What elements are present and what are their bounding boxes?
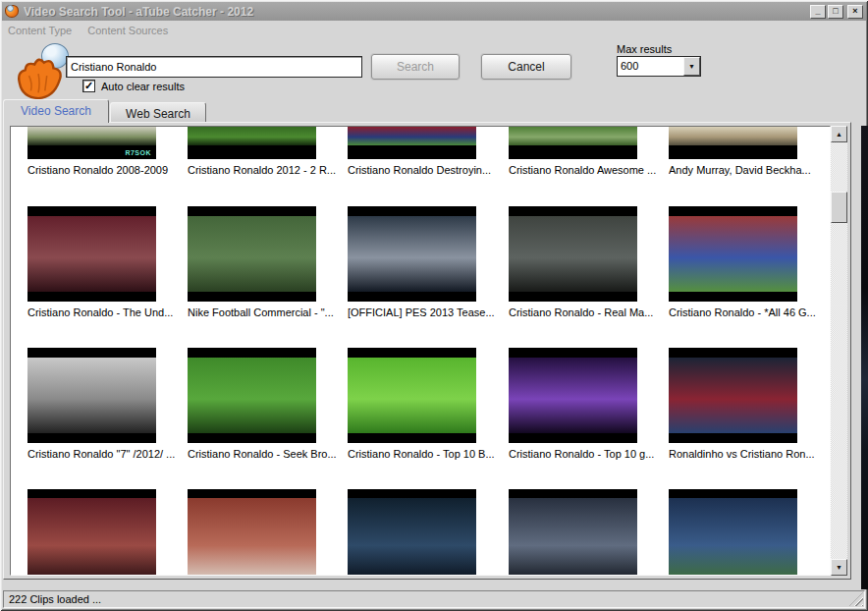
- thumbnail-image: [188, 498, 316, 576]
- menu-item-content-sources[interactable]: Content Sources: [87, 25, 168, 36]
- thumbnail-image: [27, 498, 156, 576]
- video-thumbnail[interactable]: [669, 489, 797, 576]
- video-thumbnail[interactable]: [669, 127, 797, 159]
- dropdown-arrow-icon[interactable]: ▼: [683, 57, 700, 76]
- app-window: Video Search Tool - aTube Catcher - 2012…: [0, 0, 868, 611]
- max-results-combobox[interactable]: 600 ▼: [617, 56, 701, 77]
- menu-bar: Content TypeContent Sources: [4, 22, 168, 39]
- video-result[interactable]: Cristiano Ronaldo 2012 - 2 R...: [188, 127, 348, 176]
- video-thumbnail[interactable]: [509, 489, 637, 576]
- search-input[interactable]: [66, 56, 362, 78]
- video-caption: Cristiano Ronaldo - Seek Bro...: [188, 448, 347, 460]
- background-sliver: [861, 126, 868, 589]
- video-caption: [OFFICIAL] PES 2013 Tease...: [348, 306, 507, 318]
- thumbnail-image: [509, 216, 637, 292]
- video-caption: Nike Football Commercial - "...: [188, 306, 347, 318]
- video-result[interactable]: Cristiano Ronaldo - Real Ma...: [509, 206, 669, 318]
- video-result[interactable]: [348, 489, 508, 576]
- app-logo-icon: [5, 5, 19, 18]
- video-result[interactable]: Ronaldinho vs Cristiano Ron...: [669, 348, 829, 460]
- video-thumbnail[interactable]: [669, 348, 797, 443]
- thumbnail-image: [348, 358, 476, 433]
- video-caption: Cristiano Ronaldo - Top 10 B...: [348, 448, 507, 460]
- video-result[interactable]: Cristiano Ronaldo "7" /2012/ ...: [27, 348, 188, 460]
- video-result[interactable]: [509, 489, 669, 576]
- thumbnail-image: [509, 358, 637, 433]
- scrollbar-thumb[interactable]: [831, 192, 847, 223]
- search-button[interactable]: Search: [371, 54, 460, 80]
- video-result[interactable]: Cristiano Ronaldo - Top 10 B...: [348, 348, 508, 460]
- vertical-scrollbar[interactable]: ▲ ▼: [831, 126, 847, 576]
- video-thumbnail[interactable]: [509, 127, 637, 159]
- resize-grip-icon[interactable]: [849, 592, 863, 606]
- thumbnail-image: [27, 216, 156, 292]
- results-grid: R7SOKCristiano Ronaldo 2008-2009Cristian…: [10, 126, 831, 576]
- video-result[interactable]: Cristiano Ronaldo Destroyin...: [348, 127, 508, 176]
- video-caption: Cristiano Ronaldo Awesome ...: [509, 164, 668, 176]
- thumbnail-watermark: CNN: [295, 575, 311, 576]
- tab-video-search[interactable]: Video Search: [3, 99, 109, 123]
- video-thumbnail[interactable]: [27, 206, 156, 302]
- thumbnail-image: [348, 216, 476, 292]
- video-result[interactable]: Cristiano Ronaldo - The Und...: [27, 206, 188, 318]
- video-result[interactable]: [OFFICIAL] PES 2013 Tease...: [348, 206, 508, 318]
- video-thumbnail[interactable]: [188, 127, 316, 159]
- video-caption: Cristiano Ronaldo "7" /2012/ ...: [27, 448, 187, 460]
- video-result[interactable]: Cristiano Ronaldo - Seek Bro...: [188, 348, 348, 460]
- thumbnail-watermark: R7SOK: [125, 149, 151, 156]
- video-result[interactable]: Andy Murray, David Beckha...: [669, 127, 829, 176]
- auto-clear-label: Auto clear results: [101, 81, 185, 92]
- minimize-button[interactable]: _: [810, 5, 826, 19]
- video-thumbnail[interactable]: [188, 348, 316, 443]
- window-title: Video Search Tool - aTube Catcher - 2012: [24, 5, 808, 19]
- video-caption: Cristiano Ronaldo - The Und...: [27, 306, 187, 318]
- video-thumbnail[interactable]: [27, 348, 156, 443]
- video-thumbnail[interactable]: [348, 489, 476, 576]
- video-result[interactable]: Nike Football Commercial - "...: [188, 206, 348, 318]
- video-thumbnail[interactable]: [348, 206, 476, 302]
- thumbnail-image: [188, 358, 316, 433]
- video-thumbnail[interactable]: R7SOK: [27, 127, 156, 159]
- cancel-button[interactable]: Cancel: [481, 54, 571, 80]
- thumbnail-image: [348, 498, 476, 576]
- thumbnail-image: [669, 358, 797, 433]
- video-caption: Cristiano Ronaldo - *All 46 G...: [669, 306, 828, 318]
- close-button[interactable]: ×: [847, 5, 863, 19]
- video-thumbnail[interactable]: [348, 348, 476, 443]
- thumbnail-image: [27, 358, 156, 433]
- video-thumbnail[interactable]: CNN: [188, 489, 316, 576]
- thumbnail-image: [188, 127, 316, 145]
- video-thumbnail[interactable]: [669, 206, 797, 302]
- video-caption: Andy Murray, David Beckha...: [669, 164, 828, 176]
- video-result[interactable]: Cristiano Ronaldo - Top 10 g...: [509, 348, 669, 460]
- video-result[interactable]: R7SOKCristiano Ronaldo 2008-2009: [27, 127, 188, 176]
- thumbnail-image: [27, 127, 156, 145]
- video-result[interactable]: [27, 489, 188, 576]
- video-caption: Ronaldinho vs Cristiano Ron...: [669, 448, 828, 460]
- video-thumbnail[interactable]: [188, 206, 316, 302]
- thumbnail-image: [348, 127, 476, 145]
- scroll-down-icon[interactable]: ▼: [831, 559, 847, 576]
- video-result[interactable]: Cristiano Ronaldo Awesome ...: [509, 127, 669, 176]
- auto-clear-checkbox[interactable]: ✓: [82, 80, 95, 92]
- maximize-button[interactable]: □: [828, 5, 843, 19]
- video-result[interactable]: CNN: [188, 489, 348, 576]
- video-thumbnail[interactable]: [348, 127, 476, 159]
- thumbnail-image: [669, 127, 797, 145]
- video-caption: Cristiano Ronaldo Destroyin...: [348, 164, 507, 176]
- video-thumbnail[interactable]: [509, 348, 637, 443]
- thumbnail-image: [509, 498, 637, 576]
- video-caption: Cristiano Ronaldo - Top 10 g...: [509, 448, 668, 460]
- thumbnail-image: [188, 216, 316, 292]
- video-result[interactable]: Cristiano Ronaldo - *All 46 G...: [669, 206, 829, 318]
- scroll-up-icon[interactable]: ▲: [831, 126, 847, 142]
- max-results-value: 600: [618, 57, 683, 76]
- video-thumbnail[interactable]: [27, 489, 156, 576]
- video-thumbnail[interactable]: [509, 206, 637, 302]
- tab-web-search[interactable]: Web Search: [110, 102, 206, 123]
- status-text: 222 Clips loaded ...: [4, 593, 849, 605]
- thumbnail-image: [509, 127, 637, 145]
- menu-item-content-type[interactable]: Content Type: [8, 25, 72, 36]
- video-result[interactable]: [669, 489, 829, 576]
- title-bar[interactable]: Video Search Tool - aTube Catcher - 2012…: [2, 2, 866, 21]
